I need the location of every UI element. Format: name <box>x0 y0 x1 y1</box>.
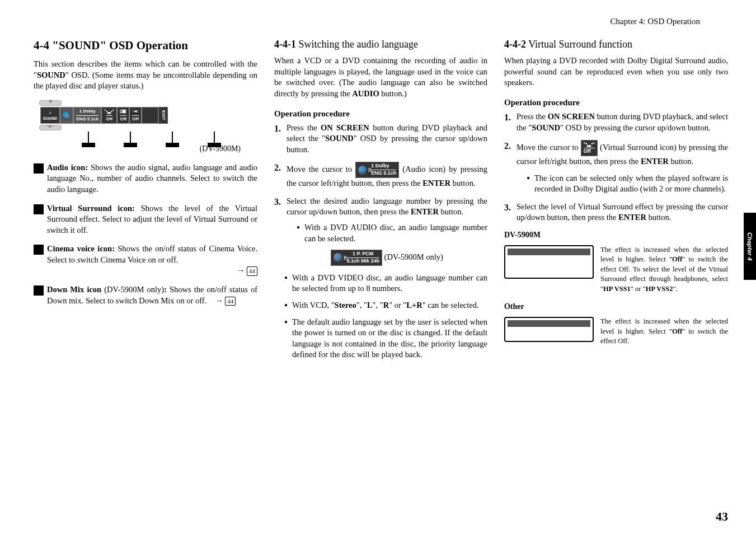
vs-off: Off <box>106 115 113 123</box>
marker-box <box>34 204 44 214</box>
osd-blank <box>142 107 158 124</box>
ppcm-icon: 🌐))1 P. PCM5.1ch 96k 24b <box>331 250 382 266</box>
side-tab: Chapter 4 <box>744 213 756 280</box>
icon-item-cv: Cinema voice icon: Shows the on/off stat… <box>34 243 257 277</box>
effect-box-other <box>504 317 594 342</box>
icon-name: Cinema voice icon: <box>47 244 115 253</box>
op-proc-label: Operation procedure <box>504 97 728 108</box>
bullet: With VCD, "Stereo", "L", "R" or "L+R" ca… <box>284 300 487 311</box>
icon-suffix: (DV-5900M only) <box>101 285 164 294</box>
step-3: Select the level of Virtual Surround eff… <box>504 202 728 223</box>
osd-vs-cell: °•▂•° Off <box>101 107 117 124</box>
column-2: 4-4-1 Switching the audio language When … <box>274 38 487 366</box>
step2-sub: The icon can be selected only when the p… <box>527 173 728 195</box>
step-1: Press the ON SCREEN button during DVD pl… <box>504 111 728 133</box>
step-1: Press the ON SCREEN button during DVD pl… <box>274 123 487 156</box>
osd-bar: ♪ SOUND 🌐 1 Dolby ENG 5.1ch °•▂•° Off <box>40 107 168 124</box>
marker-box <box>34 245 44 255</box>
effect-box-dv <box>504 245 594 279</box>
step-3: Select the desired audio language number… <box>274 196 487 266</box>
sub442-intro: When playing a DVD recorded with Dolby D… <box>504 55 728 88</box>
other-desc: The effect is increased when the selecte… <box>600 317 728 346</box>
icon-name: Down Mix icon <box>47 285 101 294</box>
sub-title: Virtual Surround function <box>526 39 632 50</box>
step3-sub: With a DVD AUDIO disc, an audio language… <box>297 222 487 244</box>
bullet: The default audio language set by the us… <box>284 317 487 360</box>
osd-dm-cell: ▫◂▫ Off <box>129 107 142 124</box>
center-suffix: (DV-5900M only) <box>382 252 443 261</box>
subsection-441-title: 4-4-1 Switching the audio language <box>274 38 487 51</box>
sub-title: Switching the audio language <box>296 39 418 50</box>
subsection-442-title: 4-4-2 Virtual Surround function <box>504 38 728 51</box>
arrow-icon: → <box>215 296 223 305</box>
marker-lines <box>34 132 257 143</box>
section-title: 4-4 "SOUND" OSD Operation <box>34 38 257 53</box>
bullets-441: With a DVD VIDEO disc, an audio language… <box>284 273 487 360</box>
audio-icon-inline: 🌐))1 DolbyENG 5.1ch <box>355 162 399 178</box>
vs-icon-inline: °•▂•°Off <box>581 140 598 156</box>
step-2: Move the cursor to °•▂•°Off (Virtual Sur… <box>504 140 728 194</box>
sound-label: SOUND <box>43 116 57 121</box>
osd-audio-text: 1 Dolby ENG 5.1ch <box>73 107 101 124</box>
osd-exit: EXIT <box>158 107 168 124</box>
step-2: Move the cursor to 🌐))1 DolbyENG 5.1ch (… <box>274 162 487 189</box>
op-proc-label: Operation procedure <box>274 108 487 119</box>
bullet: With a DVD VIDEO disc, an audio language… <box>284 273 487 294</box>
osd-bar-row: ♪ SOUND 🌐 1 Dolby ENG 5.1ch °•▂•° Off <box>34 107 257 124</box>
other-effect-row: The effect is increased when the selecte… <box>504 317 728 346</box>
audio-bot: ENG 5.1ch <box>76 115 98 123</box>
dv-label: DV-5900M <box>504 230 728 241</box>
steps-441: Press the ON SCREEN button during DVD pl… <box>274 123 487 266</box>
content-columns: 4-4 "SOUND" OSD Operation This section d… <box>34 38 728 366</box>
cv-off: Off <box>120 115 127 123</box>
pageref: 44 <box>247 266 257 276</box>
osd-audio-cell: 🌐 <box>60 107 73 124</box>
icon-item-audio: Audio icon: Shows the audio signal, audi… <box>34 162 257 195</box>
marker-box <box>34 285 44 296</box>
osd-strip-bot <box>39 125 62 130</box>
steps-442: Press the ON SCREEN button during DVD pl… <box>504 111 728 223</box>
dm-off: Off <box>132 115 139 123</box>
arrow-icon: → <box>237 266 245 275</box>
center-icon-block: 🌐))1 P. PCM5.1ch 96k 24b (DV-5900M only) <box>287 250 487 266</box>
note-icon: ♪ <box>49 109 51 116</box>
diagram-caption: (DV-5900M) <box>34 144 257 154</box>
pageref: 44 <box>225 297 236 306</box>
osd-diagram: ♪ SOUND 🌐 1 Dolby ENG 5.1ch °•▂•° Off <box>34 100 257 154</box>
marker-box <box>34 163 44 174</box>
icon-name: Audio icon: <box>47 163 88 172</box>
icon-item-dm: Down Mix icon (DV-5900M only): Shows the… <box>34 284 257 306</box>
audio-top: 1 Dolby <box>79 109 96 115</box>
dv-effect-row: The effect is increased when the selecte… <box>504 245 728 294</box>
page-number: 43 <box>716 509 728 524</box>
chapter-header: Chapter 4: OSD Operation <box>34 17 728 26</box>
osd-cv-cell: ▯▦ Off <box>117 107 129 124</box>
sub441-intro: When a VCD or a DVD containing the recor… <box>274 55 487 99</box>
icon-item-vs: Virtual Surround icon: Shows the level o… <box>34 203 257 236</box>
dv-desc: The effect is increased when the selecte… <box>600 245 728 294</box>
osd-strip-top <box>39 100 62 106</box>
sub-num: 4-4-1 <box>274 39 296 50</box>
column-1: 4-4 "SOUND" OSD Operation This section d… <box>34 38 257 366</box>
other-label: Other <box>504 302 728 312</box>
section-intro: This section describes the items which c… <box>34 59 257 92</box>
sub-num: 4-4-2 <box>504 39 526 50</box>
icon-name: Virtual Surround icon: <box>47 204 135 213</box>
osd-sound-cell: ♪ SOUND <box>40 107 60 124</box>
column-3: 4-4-2 Virtual Surround function When pla… <box>504 38 728 366</box>
